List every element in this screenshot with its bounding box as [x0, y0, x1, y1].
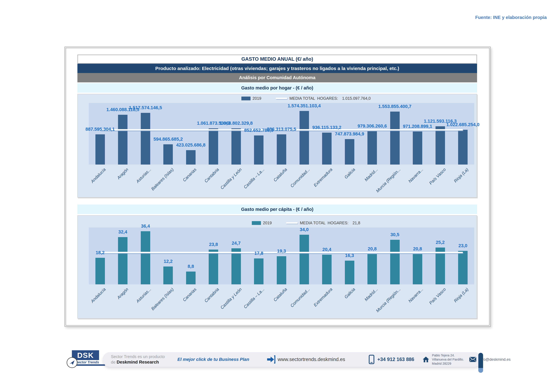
arrow-bracket-icon — [266, 355, 275, 364]
footer-product-line2-prefix: de — [111, 360, 117, 364]
legend-series-swatch — [252, 221, 261, 225]
x-axis-label: Andalucía — [90, 167, 107, 184]
bar-Andalucía — [95, 134, 105, 165]
x-axis-label: Asturias... — [135, 167, 152, 184]
bar-value-label: 23,8 — [209, 242, 218, 247]
footer-phone-group: +34 912 163 886 — [368, 355, 414, 364]
x-axis-label: Navarra... — [407, 167, 424, 184]
chart-percapita-title: Gasto medio per cápita - (€ / año) — [77, 204, 477, 214]
bar-Canarias — [186, 272, 196, 284]
footer-email[interactable]: info@deskmind.es — [479, 357, 511, 362]
bar-Castilla y León — [231, 128, 241, 165]
footer-product-line1: Sector Trends es un producto — [111, 354, 165, 359]
bar-Comunidad... — [299, 235, 309, 284]
bar-value-label: 32,4 — [118, 229, 127, 235]
bar-Murcia (Región... — [390, 112, 400, 165]
bar-Cantabria — [209, 250, 218, 284]
bar-Madrid... — [367, 254, 377, 284]
footer-website[interactable]: www.sectortrends.deskmind.es — [277, 357, 345, 362]
bar-value-label: 1.574.351.103,4 — [288, 103, 321, 108]
x-axis-label: Castilla – La... — [243, 167, 265, 190]
bar-value-label: 936.115.133,2 — [312, 125, 341, 130]
bar-Extremadura — [322, 133, 332, 165]
footer-website-group: www.sectortrends.deskmind.es — [266, 355, 345, 364]
dsk-logo: DSK Sector Trends — [69, 350, 106, 366]
bar-value-label: 19,3 — [277, 248, 286, 254]
x-axis-label: Rioja (La) — [453, 167, 470, 184]
bar-Rioja (La) — [458, 251, 468, 284]
paper-plane-icon — [67, 357, 77, 368]
bar-Castilla – La... — [254, 259, 263, 284]
analysis-scope-bar: Análisis por Comunidad Autónoma — [77, 73, 477, 82]
bar-value-label: 12,2 — [164, 259, 173, 264]
product-analyzed-bar: Producto analizado: Electricidad (otras … — [77, 64, 477, 73]
legend-media-line-swatch — [286, 222, 298, 224]
bar-Galicia — [345, 139, 354, 165]
dsk-logo-text: DSK — [72, 350, 99, 360]
footer-product-text: Sector Trends es un producto de Deskmind… — [111, 354, 165, 365]
bar-Castilla – La... — [254, 135, 263, 165]
x-axis-label: País Vasco — [428, 167, 447, 186]
footer-email-group: info@deskmind.es — [469, 357, 511, 362]
x-axis-label: Murcia (Región... — [375, 287, 402, 313]
bar-Aragón — [118, 237, 127, 284]
x-axis-label: País Vasco — [428, 287, 447, 306]
x-axis: AndalucíaAragónAsturias...Baleares (Isla… — [89, 166, 474, 197]
footer-tagline: El mejor click de tu Business Plan — [177, 357, 249, 362]
address-line-3: Madrid 28229 — [432, 362, 451, 365]
x-axis-label: Galicia — [343, 167, 356, 180]
legend-media-label: MEDIA TOTAL HOGARES: — [289, 96, 338, 101]
x-axis-label: Comunidad... — [289, 287, 311, 308]
bar-Rioja (La) — [458, 130, 468, 165]
x-axis-label: Cataluña — [273, 167, 288, 182]
page-title: GASTO MEDIO ANUAL (€/ año) — [77, 55, 477, 64]
footer-address-group: Pablo Tejera 24. Villanueva del Pardillo… — [422, 353, 464, 366]
bar-value-label: 1.517.574.146,5 — [129, 105, 162, 110]
plot-area: 18,232,436,412,28,823,824,717,819,334,02… — [89, 227, 474, 284]
x-axis-label: Baleares (Islas) — [150, 287, 175, 311]
mail-icon — [469, 357, 477, 362]
x-axis-label: Extremadura — [313, 287, 333, 308]
bar-Navarra... — [413, 254, 422, 284]
bar-Asturias... — [141, 231, 150, 284]
address-line-2: Villanueva del Pardillo. — [432, 358, 464, 361]
x-axis-label: Cantabria — [204, 287, 220, 303]
bar-value-label: 886.313.075,5 — [267, 127, 296, 132]
bar-Aragón — [118, 115, 127, 165]
bar-Cantabria — [209, 128, 218, 165]
legend-media-label: MEDIA TOTAL HOGARES: — [300, 221, 348, 225]
x-axis-label: Extremadura — [313, 167, 333, 188]
chart-percapita-panel: 2019MEDIA TOTAL HOGARES:21,818,232,436,4… — [77, 215, 477, 319]
x-axis-label: Castilla y León — [220, 287, 243, 310]
address-line-1: Pablo Tejera 24. — [432, 354, 455, 357]
legend-media-value: 21,8 — [353, 221, 360, 225]
report-page: Fuente: INE y elaboración propia GASTO M… — [0, 0, 554, 392]
bar-value-label: 1.022.685.254,0 — [446, 122, 479, 127]
bar-value-label: 747.873.984,9 — [335, 131, 364, 137]
bar-value-label: 30,5 — [390, 232, 399, 237]
bar-Baleares (Islas) — [163, 144, 173, 165]
chart-legend: 2019MEDIA TOTAL HOGARES:21,8 — [106, 221, 506, 225]
x-axis-label: Cataluña — [273, 287, 288, 302]
footer-phone[interactable]: +34 912 163 886 — [377, 357, 414, 362]
bar-value-label: 18,2 — [96, 250, 104, 255]
bar-value-label: 594.865.685,2 — [153, 137, 183, 142]
footer-address: Pablo Tejera 24. Villanueva del Pardillo… — [432, 353, 464, 366]
legend-series-label: 2019 — [253, 96, 262, 101]
x-axis-label: Madrid... — [364, 287, 379, 302]
bar-Canarias — [186, 150, 196, 165]
x-axis-label: Canarias — [182, 287, 197, 302]
chart-household-panel: 2019MEDIA TOTAL HOGARES:1.015.097.764,08… — [77, 94, 477, 198]
x-axis-label: Andalucía — [90, 287, 107, 304]
bar-País Vasco — [436, 126, 445, 165]
legend-series-swatch — [241, 97, 250, 100]
bar-value-label: 17,8 — [254, 251, 263, 256]
footer-accent-pill — [478, 353, 483, 373]
footer-bar: Sector Trends es un producto de Deskmind… — [103, 352, 482, 367]
legend-series-label: 2019 — [263, 221, 272, 225]
x-axis-label: Navarra... — [407, 287, 424, 304]
x-axis-label: Castilla – La... — [243, 287, 265, 309]
bar-value-label: 20,8 — [413, 246, 422, 252]
bar-value-label: 36,4 — [141, 224, 150, 229]
phone-icon — [368, 355, 375, 364]
